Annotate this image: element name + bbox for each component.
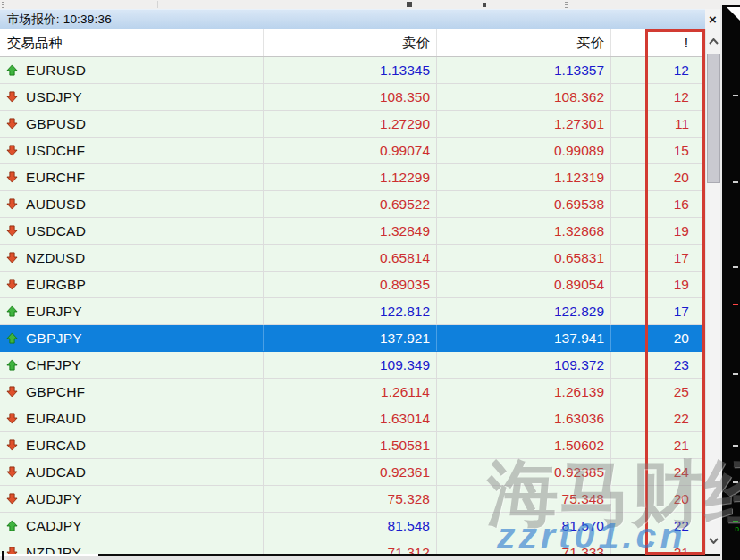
table-row[interactable]: EURCAD 1.50581 1.50602 21 <box>0 432 705 459</box>
table-row[interactable]: GBPUSD 1.27290 1.27301 11 <box>0 111 705 138</box>
bid-price: 71.312 <box>388 545 430 555</box>
symbol-label: AUDJPY <box>26 491 82 507</box>
spread-value: 23 <box>674 357 689 373</box>
bid-price: 1.63014 <box>380 411 430 427</box>
ask-price: 122.829 <box>554 304 604 320</box>
symbol-label: NZDJPY <box>26 545 81 555</box>
header-ask[interactable]: 买价 <box>437 29 611 56</box>
quote-list: EURUSD 1.13345 1.13357 12 USDJPY 108.350… <box>0 57 705 554</box>
table-row[interactable]: EURUSD 1.13345 1.13357 12 <box>0 57 705 84</box>
header-bid[interactable]: 卖价 <box>264 29 437 56</box>
table-row[interactable]: NZDJPY 71.312 71.333 21 <box>0 539 705 554</box>
market-watch-window: 市场报价: 10:39:36 × 交易品种 卖价 买价 ! EURUSD 1.1… <box>0 0 740 560</box>
table-row[interactable]: USDCAD 1.32849 1.32868 19 <box>0 218 705 245</box>
table-row[interactable]: AUDCAD 0.92361 0.92385 24 <box>0 459 705 486</box>
trend-arrow-icon <box>6 198 18 210</box>
ask-price: 1.13357 <box>554 63 604 79</box>
symbol-label: EURCAD <box>26 438 86 454</box>
symbol-label: USDJPY <box>26 89 82 105</box>
ask-price: 1.12319 <box>554 170 604 186</box>
trend-arrow-icon <box>6 118 18 130</box>
table-row[interactable]: EURAUD 1.63014 1.63036 22 <box>0 405 705 432</box>
trend-arrow-icon <box>6 386 18 397</box>
bid-price: 109.349 <box>380 357 430 373</box>
spread-value: 11 <box>675 116 689 132</box>
toolbar-separator <box>157 1 158 8</box>
trend-arrow-icon <box>6 493 18 505</box>
bid-price: 1.32849 <box>380 223 430 239</box>
symbol-label: NZDUSD <box>26 250 85 266</box>
spread-value: 15 <box>674 143 689 159</box>
spread-value: 22 <box>674 518 689 534</box>
spread-value: 19 <box>674 277 689 293</box>
bid-price: 81.548 <box>388 518 430 534</box>
trend-arrow-icon <box>6 520 18 531</box>
symbol-label: GBPJPY <box>26 330 82 347</box>
bid-line-tick <box>733 521 738 522</box>
spread-value: 25 <box>674 384 689 400</box>
spread-value: 21 <box>674 438 689 454</box>
chevron-up-icon <box>709 38 719 45</box>
ask-price: 0.99089 <box>554 143 604 159</box>
table-row[interactable]: AUDUSD 0.69522 0.69538 16 <box>0 191 705 218</box>
ask-price: 1.27301 <box>554 116 604 132</box>
spread-value: 12 <box>674 63 689 79</box>
table-row[interactable]: GBPJPY 137.921 137.941 20 <box>0 325 705 352</box>
table-row[interactable]: USDCHF 0.99074 0.99089 15 <box>0 138 705 164</box>
window-titlebar[interactable]: 市场报价: 10:39:36 <box>0 9 705 29</box>
window-title: 市场报价: 10:39:36 <box>0 12 112 28</box>
scroll-up-button[interactable] <box>706 32 721 50</box>
price-scale-tick <box>733 481 738 483</box>
symbol-label: EURAUD <box>26 411 86 427</box>
close-button[interactable]: × <box>705 9 720 29</box>
ask-price: 1.63036 <box>554 411 604 427</box>
ask-price: 0.65831 <box>554 250 604 266</box>
table-row[interactable]: USDJPY 108.350 108.362 12 <box>0 84 705 111</box>
bid-price: 1.13345 <box>380 63 430 79</box>
price-scale-tick <box>733 266 738 268</box>
scroll-down-button[interactable] <box>706 531 721 549</box>
header-spread[interactable]: ! <box>611 29 705 56</box>
table-header-row: 交易品种 卖价 买价 ! <box>0 29 705 57</box>
background-chart-edge: D <box>720 5 740 560</box>
bid-price: 1.26114 <box>381 384 430 400</box>
spread-value: 20 <box>674 491 689 507</box>
trend-arrow-icon <box>6 439 18 451</box>
header-symbol[interactable]: 交易品种 <box>0 29 264 56</box>
symbol-label: GBPUSD <box>26 116 86 132</box>
spread-value: 20 <box>674 170 689 186</box>
scrollbar-thumb[interactable] <box>707 54 720 183</box>
symbol-label: EURCHF <box>26 170 85 186</box>
toolbar-separator <box>256 1 256 8</box>
spread-value: 19 <box>674 223 689 239</box>
table-row[interactable]: AUDJPY 75.328 75.348 20 <box>0 486 705 513</box>
spread-value: 17 <box>674 250 689 266</box>
bid-price: 1.27290 <box>380 116 430 132</box>
table-row[interactable]: GBPCHF 1.26114 1.26139 25 <box>0 379 705 405</box>
bid-price: 1.50581 <box>380 438 430 454</box>
toolbar-button-icon <box>483 3 486 7</box>
price-scale-tick <box>733 95 738 96</box>
table-row[interactable]: EURCHF 1.12299 1.12319 20 <box>0 164 705 191</box>
bid-price: 1.12299 <box>380 170 430 186</box>
symbol-label: EURGBP <box>26 277 86 293</box>
vertical-scrollbar[interactable] <box>705 29 720 554</box>
trend-arrow-icon <box>6 64 18 76</box>
trend-arrow-icon <box>6 305 18 317</box>
bid-price: 137.921 <box>380 330 430 347</box>
symbol-label: AUDUSD <box>26 196 86 213</box>
ask-price: 137.941 <box>554 330 604 347</box>
trend-arrow-icon <box>6 279 18 290</box>
table-row[interactable]: CHFJPY 109.349 109.372 23 <box>0 352 705 379</box>
table-row[interactable]: EURGBP 0.89035 0.89054 19 <box>0 272 705 298</box>
spread-value: 21 <box>674 545 689 555</box>
table-row[interactable]: EURJPY 122.812 122.829 17 <box>0 298 705 325</box>
close-icon[interactable]: × <box>709 13 717 26</box>
background-window-border <box>98 554 720 556</box>
table-row[interactable]: NZDUSD 0.65814 0.65831 17 <box>0 245 705 272</box>
symbol-label: GBPCHF <box>26 384 85 400</box>
trend-arrow-icon <box>6 145 18 156</box>
table-row[interactable]: CADJPY 81.548 81.570 22 <box>0 513 705 539</box>
trend-arrow-icon <box>6 413 18 424</box>
spread-value: 16 <box>674 196 689 213</box>
